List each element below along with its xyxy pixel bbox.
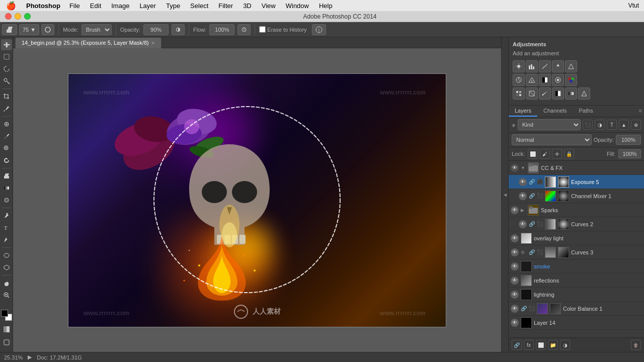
tab-close-icon[interactable]: ✕ — [151, 40, 155, 46]
layer-visibility-colorbalance1[interactable]: 👁 — [511, 305, 519, 313]
menu-3d[interactable]: 3D — [238, 2, 257, 10]
flow-input[interactable] — [209, 24, 234, 35]
eyedropper-tool[interactable] — [1, 103, 12, 114]
filter-type-icon[interactable]: T — [607, 120, 617, 130]
menu-edit[interactable]: Edit — [85, 2, 106, 10]
curves3-link-icon[interactable]: ⚙ — [521, 250, 527, 255]
menu-filter[interactable]: Filter — [213, 2, 238, 10]
add-link-icon[interactable]: 🔗 — [512, 340, 522, 350]
create-group-icon[interactable]: 📁 — [548, 340, 558, 350]
type-tool[interactable]: T — [1, 222, 12, 233]
brush-size-selector[interactable]: 75 ▼ — [19, 24, 39, 35]
erase-history-checkbox[interactable] — [259, 26, 266, 33]
folder-arrow-ccfx[interactable]: ▼ — [521, 165, 526, 170]
layer-mask-channelmixer1[interactable]: ⬛ — [537, 193, 543, 199]
layer-link-colorbalance1[interactable]: 🔗 — [521, 306, 527, 311]
adj-threshold-icon[interactable] — [552, 87, 564, 100]
layer-item-exposure5[interactable]: 👁 🔗 ⬛ Exposure 5 — [509, 175, 644, 189]
crop-tool[interactable] — [1, 91, 12, 102]
magic-wand-tool[interactable] — [1, 75, 12, 86]
menu-view[interactable]: View — [257, 2, 281, 10]
tab-layers[interactable]: Layers — [509, 106, 537, 117]
layer-visibility-smoke[interactable]: 👁 — [511, 262, 519, 270]
layer-visibility-layer14[interactable]: 👁 — [511, 319, 519, 327]
canvas-wrapper[interactable]: www.rrrrrrr.com www.rrrrrrr.com www.rrrr… — [13, 48, 501, 352]
layer-item-lightning[interactable]: 👁 lightning — [509, 288, 644, 302]
layer-item-curves3[interactable]: 👁 ⚙ 🔗 ⬛ Curves 3 — [509, 245, 644, 259]
menu-type[interactable]: Type — [161, 2, 185, 10]
eraser-tool-icon[interactable] — [2, 24, 17, 35]
adj-gradientmap-icon[interactable] — [565, 87, 577, 100]
history-brush-tool[interactable] — [1, 155, 12, 166]
opacity-input[interactable] — [143, 24, 169, 35]
layer-item-curves2[interactable]: 👁 🔗 ⬛ Curves 2 — [509, 217, 644, 231]
canvas-tab[interactable]: 14_begin.psd @ 25.3% (Exposure 5, Layer … — [15, 37, 162, 48]
menu-window[interactable]: Window — [281, 2, 314, 10]
3d-tool[interactable] — [1, 262, 12, 273]
layer-visibility-ccfx[interactable]: 👁 — [511, 164, 519, 172]
layer-item-overlaylight[interactable]: 👁 overlay light — [509, 231, 644, 245]
folder-arrow-sparks[interactable]: ▶ — [521, 208, 526, 213]
menu-file[interactable]: File — [64, 2, 85, 10]
layer-item-ccfx[interactable]: 👁 ▼ CC & FX — [509, 161, 644, 175]
blend-mode-select[interactable]: Normal Multiply Screen Overlay — [512, 134, 592, 145]
layer-mask-curves2[interactable]: ⬛ — [537, 221, 543, 227]
layer-visibility-curves3[interactable]: 👁 — [511, 248, 519, 256]
layer-link-channelmixer1[interactable]: 🔗 — [529, 193, 535, 199]
layer-link-curves2[interactable]: 🔗 — [529, 221, 535, 227]
filter-smart-icon[interactable]: ⊕ — [631, 120, 641, 130]
panel-collapse-button[interactable]: ◀ — [501, 37, 508, 352]
filter-pixel-icon[interactable]: ⬛ — [583, 120, 593, 130]
panel-menu-icon[interactable]: ≡ — [637, 106, 644, 117]
layer-item-layer14[interactable]: 👁 Layer 14 — [509, 316, 644, 330]
shape-tool[interactable] — [1, 250, 12, 261]
adj-curves-icon[interactable] — [539, 60, 551, 72]
fill-input[interactable] — [618, 149, 641, 158]
adj-channelmixer-icon[interactable] — [565, 74, 577, 86]
adj-invert-icon[interactable] — [526, 87, 538, 100]
layer-item-colorbalance1[interactable]: 👁 🔗 ⬛ Color Balance 1 — [509, 302, 644, 316]
layer-mask-exposure5[interactable]: ⬛ — [537, 179, 543, 185]
layer-item-reflections[interactable]: 👁 reflections — [509, 274, 644, 288]
layer-link-curves3[interactable]: 🔗 — [529, 249, 535, 255]
layer-item-smoke[interactable]: 👁 smoke — [509, 259, 644, 274]
hand-tool[interactable] — [1, 278, 12, 289]
kind-select[interactable]: Kind — [518, 119, 581, 130]
lock-transparent-icon[interactable]: ⬜ — [528, 149, 538, 159]
lasso-tool[interactable] — [1, 63, 12, 74]
select-tool[interactable] — [1, 51, 12, 62]
layer-visibility-reflections[interactable]: 👁 — [511, 277, 519, 285]
screen-mode-tool[interactable] — [1, 337, 12, 348]
clone-tool[interactable] — [1, 143, 12, 154]
path-selection-tool[interactable] — [1, 234, 12, 245]
adj-brightness-icon[interactable] — [513, 60, 525, 72]
adj-colorlookup-icon[interactable] — [513, 87, 525, 100]
add-mask-icon[interactable]: ⬜ — [536, 340, 546, 350]
adj-bw-icon[interactable] — [539, 74, 551, 86]
lock-all-icon[interactable]: 🔒 — [564, 149, 574, 159]
erase-history-info[interactable]: i — [312, 24, 326, 35]
filter-shape-icon[interactable]: ▲ — [619, 120, 629, 130]
close-button[interactable] — [5, 13, 12, 20]
add-fx-icon[interactable]: fx — [524, 340, 534, 350]
gradient-tool[interactable] — [1, 183, 12, 194]
flow-toggle[interactable] — [237, 24, 251, 35]
layer-visibility-lightning[interactable]: 👁 — [511, 291, 519, 299]
adj-selectivecolor-icon[interactable] — [578, 87, 590, 100]
lock-position-icon[interactable]: ✛ — [552, 149, 562, 159]
minimize-button[interactable] — [15, 13, 21, 20]
zoom-tool[interactable] — [1, 290, 12, 301]
pen-tool[interactable] — [1, 210, 12, 221]
layer-visibility-sparks[interactable]: 👁 — [511, 206, 519, 214]
adj-vibrance-icon[interactable] — [565, 60, 577, 72]
tab-paths[interactable]: Paths — [573, 106, 599, 117]
adj-huesat-icon[interactable] — [513, 74, 525, 86]
menu-layer[interactable]: Layer — [134, 2, 161, 10]
filter-adjustment-icon[interactable]: ◑ — [595, 120, 605, 130]
smoke-link[interactable]: smoke — [534, 263, 550, 269]
menu-image[interactable]: Image — [106, 2, 134, 10]
blur-tool[interactable] — [1, 195, 12, 206]
layer-visibility-overlaylight[interactable]: 👁 — [511, 234, 519, 242]
opacity-toggle[interactable] — [172, 24, 185, 35]
layer-item-sparks[interactable]: 👁 ▶ Sparks — [509, 203, 644, 217]
